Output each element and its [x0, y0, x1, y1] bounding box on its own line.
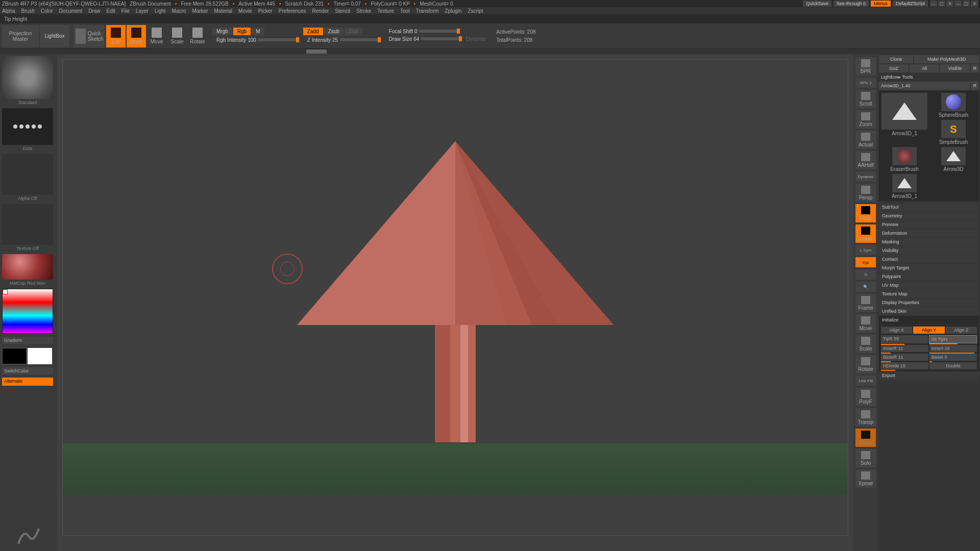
rgb-intensity-slider[interactable]: [258, 38, 299, 41]
tool-arrow3d[interactable]: Arrow3D: [930, 147, 977, 172]
alpha-preview[interactable]: Alpha Off: [2, 154, 53, 195]
secondary-color-swatch[interactable]: [2, 348, 27, 364]
innerr-slider[interactable]: InnerR 11: [881, 345, 928, 352]
section-contact[interactable]: Contact: [879, 255, 979, 263]
menu-file[interactable]: File: [121, 8, 130, 14]
tool-spherebrush[interactable]: SphereBrush: [930, 93, 977, 118]
tool-eraserbrush[interactable]: EraserBrush: [881, 147, 928, 172]
section-masking[interactable]: Masking: [879, 238, 979, 246]
menu-transform[interactable]: Transform: [415, 8, 438, 14]
section-initialize[interactable]: Initialize: [879, 316, 979, 324]
scroll-button[interactable]: Scroll: [855, 90, 876, 108]
transp-button[interactable]: Transp: [855, 408, 876, 427]
z-intensity-slider[interactable]: [340, 38, 381, 41]
menus-toggle[interactable]: Menus: [871, 1, 891, 7]
quicksketch-button[interactable]: QuickSketch: [74, 25, 104, 47]
draw-size-slider[interactable]: [421, 37, 462, 40]
gradient-button[interactable]: Gradient: [2, 337, 53, 344]
section-display[interactable]: Display Properties: [879, 298, 979, 307]
maximize-icon[interactable]: ▢: [938, 1, 945, 7]
rgb-button[interactable]: Rgb: [233, 28, 251, 35]
search-icon[interactable]: 🔍: [855, 282, 876, 292]
lightbox-tools-label[interactable]: Lightbox▸ Tools: [879, 73, 979, 81]
menu-draw[interactable]: Draw: [88, 8, 100, 14]
rotate-nav-button[interactable]: Rotate: [855, 355, 876, 373]
clone-button[interactable]: Clone: [879, 55, 913, 63]
quicksave-button[interactable]: QuickSave: [803, 1, 831, 7]
rgb-intensity-label[interactable]: Rgb Intensity 100: [216, 37, 256, 43]
basei-slider[interactable]: BaseI 0: [929, 354, 977, 361]
stroke-preview[interactable]: Dots: [2, 108, 53, 145]
menu-macro[interactable]: Macro: [172, 8, 186, 14]
menu-material[interactable]: Material: [214, 8, 233, 14]
aahalf-button[interactable]: AAHalf: [855, 151, 876, 169]
scale-mode-button[interactable]: Scale: [167, 25, 187, 47]
menu-layer[interactable]: Layer: [136, 8, 149, 14]
color-picker[interactable]: [2, 289, 53, 334]
tiph-slider[interactable]: 59 TipH: [929, 335, 977, 343]
section-polypaint[interactable]: Polypaint: [879, 272, 979, 281]
polyf-button[interactable]: PolyF: [855, 388, 876, 406]
inneri-slider[interactable]: InnerI 19: [929, 345, 977, 352]
menu-preferences[interactable]: Preferences: [279, 8, 306, 14]
minimize-icon[interactable]: —: [930, 1, 937, 7]
section-geometry[interactable]: Geometry: [879, 212, 979, 220]
align-y-button[interactable]: Align Y: [913, 327, 944, 334]
section-unifiedskin[interactable]: Unified Skin: [879, 307, 979, 315]
menu-zplugin[interactable]: Zplugin: [445, 8, 462, 14]
bpr-button[interactable]: BPR: [855, 57, 876, 76]
zadd-button[interactable]: Zadd: [303, 28, 323, 35]
menu-texture[interactable]: Texture: [377, 8, 394, 14]
floor-button[interactable]: Floor: [855, 204, 876, 222]
frame-button[interactable]: Frame: [855, 294, 876, 312]
menu-tool[interactable]: Tool: [400, 8, 409, 14]
close-icon[interactable]: ✕: [946, 1, 953, 7]
texture-preview[interactable]: Texture Off: [2, 204, 53, 245]
lsym-button[interactable]: L.Sym: [855, 245, 876, 255]
minimize2-icon[interactable]: —: [954, 1, 962, 7]
tool-r-button[interactable]: R: [971, 82, 979, 90]
zcut-button[interactable]: Zcut: [345, 28, 362, 35]
section-morph[interactable]: Morph Target: [879, 264, 979, 272]
scale-nav-button[interactable]: Scale: [855, 335, 876, 353]
goz-r-button[interactable]: R: [971, 64, 979, 72]
section-texturemap[interactable]: Texture Map: [879, 290, 979, 298]
switch-color-button[interactable]: SwitchColor: [2, 367, 53, 374]
xyz-button[interactable]: Xyz: [855, 257, 876, 267]
goz-all-button[interactable]: All: [910, 64, 939, 72]
draw-size-label[interactable]: Draw Size 64: [389, 36, 419, 42]
section-export[interactable]: Export: [879, 371, 979, 380]
z-intensity-label[interactable]: Z Intensity 25: [307, 37, 338, 43]
goz-button[interactable]: GoZ: [879, 64, 909, 72]
edit-mode-button[interactable]: Edit: [106, 25, 126, 47]
align-x-button[interactable]: Align X: [881, 327, 912, 334]
menu-brush[interactable]: Brush: [21, 8, 35, 14]
local-button[interactable]: Local: [855, 224, 876, 243]
seethrough-slider[interactable]: See-through 0: [834, 1, 869, 7]
menu-alpha[interactable]: Alpha: [2, 8, 15, 14]
goz-visible-button[interactable]: Visible: [940, 64, 970, 72]
alternate-button[interactable]: Alternate: [2, 378, 53, 386]
focal-shift-slider[interactable]: [419, 30, 460, 33]
primary-color-swatch[interactable]: [28, 348, 52, 364]
close2-icon[interactable]: ✕: [971, 1, 978, 7]
actual-button[interactable]: Actual: [855, 131, 876, 149]
arrow3d-mesh[interactable]: [287, 136, 624, 453]
persp-button[interactable]: Persp: [855, 184, 876, 202]
menu-stroke[interactable]: Stroke: [356, 8, 371, 14]
menu-marker[interactable]: Marker: [192, 8, 208, 14]
menu-render[interactable]: Render: [312, 8, 329, 14]
menu-light[interactable]: Light: [155, 8, 166, 14]
tipr-slider[interactable]: TipR 55: [881, 335, 928, 343]
section-uvmap[interactable]: UV Map: [879, 281, 979, 289]
menu-document[interactable]: Document: [59, 8, 83, 14]
center-icon[interactable]: ⊙: [855, 269, 876, 280]
tool-name[interactable]: Arrow3D_1.40: [879, 82, 970, 90]
baser-slider[interactable]: BaseR 11: [881, 354, 928, 361]
viewport[interactable]: [62, 59, 848, 536]
hdivide-slider[interactable]: HDivide 16: [881, 362, 928, 369]
move-mode-button[interactable]: Move: [147, 25, 166, 47]
move-nav-button[interactable]: Move: [855, 314, 876, 333]
menu-stencil[interactable]: Stencil: [335, 8, 350, 14]
menu-color[interactable]: Color: [41, 8, 53, 14]
